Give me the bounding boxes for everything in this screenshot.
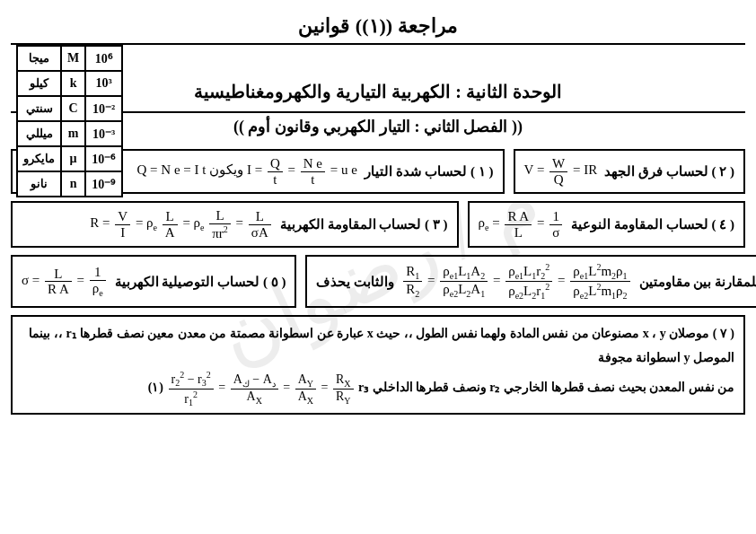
prefix-power: 10⁻²	[85, 96, 122, 121]
formula-4-label: ( ٤ ) لحساب المقاومة النوعية	[571, 216, 734, 232]
prefix-power: 10⁶	[85, 46, 122, 71]
prefix-name: ميللي	[17, 121, 61, 146]
formula-7-line1: ( ٧ ) موصلان x ، y مصنوعان من نفس المادة…	[22, 322, 734, 370]
prefix-row: ميلليm10⁻³	[17, 121, 122, 146]
prefix-symbol: C	[61, 96, 85, 121]
formula-1-math: Q = N e = I t ويكون I = Qt = N et = u e	[137, 156, 357, 187]
prefix-symbol: µ	[61, 146, 85, 171]
prefix-row: كيلوk10³	[17, 71, 122, 96]
prefix-row: مايكروµ10⁻⁶	[17, 146, 122, 171]
prefix-symbol: m	[61, 121, 85, 146]
formula-7-line2: من نفس المعدن بحيث نصف قطرها الخارجي r₂ …	[22, 370, 734, 407]
formula-2-label: ( ٢ ) لحساب فرق الجهد	[604, 163, 734, 179]
prefix-power: 10³	[85, 71, 122, 96]
formula-6-math: R1R2 = ρe1L1A2ρe2L2A1 = ρe1L1r22ρe2L2r12…	[401, 262, 631, 301]
formula-3-label: ( ٣ ) لحساب المقاومة الكهربية	[280, 216, 448, 232]
prefix-table: ميجاM10⁶كيلوk10³سنتيC10⁻²ميلليm10⁻³مايكر…	[16, 45, 123, 197]
prefix-name: مايكرو	[17, 146, 61, 171]
prefix-row: سنتيC10⁻²	[17, 96, 122, 121]
prefix-name: ميجا	[17, 46, 61, 71]
formula-2-math: V = WQ = IR	[524, 156, 598, 187]
prefix-power: 10⁻³	[85, 121, 122, 146]
prefix-name: سنتي	[17, 96, 61, 121]
prefix-symbol: k	[61, 71, 85, 96]
prefix-power: 10⁻⁶	[85, 146, 122, 171]
formula-6-label: ( ٦ ) للمقارنة بين مقاومتين	[639, 274, 756, 290]
formula-2: ( ٢ ) لحساب فرق الجهد V = WQ = IR	[514, 149, 745, 194]
formula-row-3: ( ٥ ) لحساب التوصيلية الكهربية σ = LR A …	[11, 255, 745, 308]
prefix-symbol: M	[61, 46, 85, 71]
prefix-name: نانو	[17, 171, 61, 197]
formula-5: ( ٥ ) لحساب التوصيلية الكهربية σ = LR A …	[11, 255, 296, 308]
formula-6: ( ٦ ) للمقارنة بين مقاومتين R1R2 = ρe1L1…	[305, 255, 756, 308]
formula-6-tail: والثابت يحذف	[316, 274, 394, 290]
prefix-row: نانوn10⁻⁹	[17, 171, 122, 197]
formula-5-math: σ = LR A = 1ρe	[22, 265, 108, 298]
formula-4-math: ρe = R AL = 1σ	[479, 209, 565, 240]
formula-5-label: ( ٥ ) لحساب التوصيلية الكهربية	[115, 274, 286, 290]
prefix-name: كيلو	[17, 71, 61, 96]
page-title: مراجعة ((١)) قوانين	[11, 14, 745, 38]
formula-1-label: ( ١ ) لحساب شدة التيار	[365, 163, 494, 179]
formula-3: ( ٣ ) لحساب المقاومة الكهربية R = VI = ρ…	[11, 201, 459, 248]
formula-4: ( ٤ ) لحساب المقاومة النوعية ρe = R AL =…	[468, 201, 746, 248]
formula-7: ( ٧ ) موصلان x ، y مصنوعان من نفس المادة…	[11, 315, 745, 415]
prefix-symbol: n	[61, 171, 85, 197]
formula-3-math: R = VI = ρe LA = ρe Lπr2 = LσA	[90, 208, 272, 241]
formula-row-2: ( ٣ ) لحساب المقاومة الكهربية R = VI = ρ…	[11, 201, 745, 248]
prefix-row: ميجاM10⁶	[17, 46, 122, 71]
prefix-power: 10⁻⁹	[85, 171, 122, 197]
